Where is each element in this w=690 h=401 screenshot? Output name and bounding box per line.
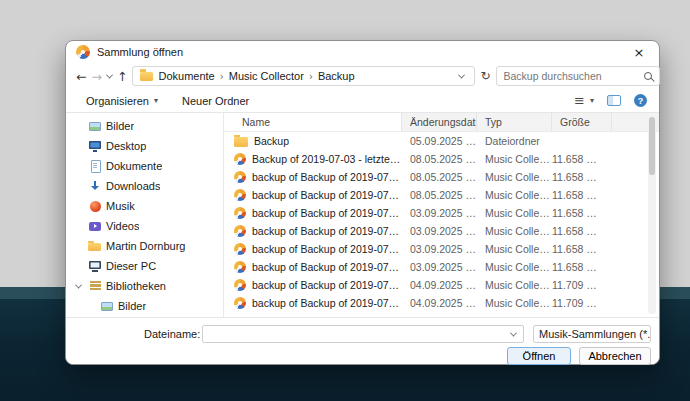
file-type: Music Collector (477, 171, 552, 183)
breadcrumb-separator-icon: › (309, 71, 313, 82)
file-size: 11.658 KB (552, 207, 612, 219)
file-date: 08.05.2025 12:41 (402, 171, 477, 183)
file-row[interactable]: backup of Backup of 2019-07-03 - letzte … (224, 222, 659, 240)
filename-dropdown-button[interactable] (507, 332, 519, 337)
music-collector-file-icon (234, 189, 246, 201)
sidebar-tree: BilderDesktopDokumenteDownloadsMusikVide… (66, 113, 223, 317)
music-collector-file-icon (234, 225, 246, 237)
file-name: backup of Backup of 2019-07-03 - letzte … (252, 189, 402, 201)
up-button[interactable]: ↑ (117, 69, 127, 84)
desktop-icon (88, 139, 102, 153)
sidebar-item-desktop[interactable]: Desktop (66, 136, 223, 156)
sidebar-item-label: Martin Dornburg (106, 240, 185, 252)
sidebar-item-musik[interactable]: Musik (66, 196, 223, 216)
sidebar-item-dokumente[interactable]: Dokumente (66, 156, 223, 176)
close-button[interactable]: × (619, 41, 659, 63)
file-name: backup of Backup of 2019-07-03 - letzte … (252, 225, 402, 237)
refresh-button[interactable]: ↻ (480, 69, 490, 83)
open-button[interactable]: Öffnen (507, 347, 571, 365)
vertical-scrollbar[interactable] (648, 115, 656, 314)
column-header-name[interactable]: Name (224, 113, 402, 131)
breadcrumb-segments: Dokumente›Music Collector›Backup (158, 70, 354, 82)
sidebar-item-bilder[interactable]: Bilder (66, 116, 223, 136)
cancel-button[interactable]: Abbrechen (579, 347, 651, 365)
music-collector-file-icon (234, 297, 246, 309)
column-header-typ[interactable]: Typ (477, 113, 552, 131)
file-name-cell: backup of Backup of 2019-07-03 - letzte … (224, 279, 402, 291)
file-row[interactable]: backup of Backup of 2019-07-03 - letzte … (224, 276, 659, 294)
chevron-down-icon: ▾ (590, 96, 594, 105)
view-options-button[interactable]: ≡ ▾ (574, 93, 594, 108)
sidebar-item-label: Musik (106, 200, 135, 212)
sidebar-item-dieser-pc[interactable]: Dieser PC (66, 256, 223, 276)
breadcrumb-item-backup[interactable]: Backup (318, 70, 355, 82)
scrollbar-thumb[interactable] (649, 117, 655, 175)
file-name: backup of Backup of 2019-07-03 - letzte … (252, 279, 402, 291)
file-date: 03.09.2025 19:49 (402, 225, 477, 237)
help-icon[interactable]: ? (634, 94, 647, 107)
documents-icon (88, 159, 102, 173)
breadcrumb-separator-icon: › (220, 71, 224, 82)
file-row[interactable]: Backup05.09.2025 13:34Dateiordner (224, 132, 659, 150)
computer-icon (88, 259, 102, 273)
file-type: Music Collector (477, 207, 552, 219)
music-collector-file-icon (234, 171, 246, 183)
sidebar-item-downloads[interactable]: Downloads (66, 176, 223, 196)
recent-locations-button[interactable] (107, 74, 112, 79)
file-date: 03.09.2025 19:49 (402, 243, 477, 255)
file-name-cell: backup of Backup of 2019-07-03 - letzte … (224, 189, 402, 201)
file-size: 11.658 KB (552, 243, 612, 255)
breadcrumb-dropdown-button[interactable] (455, 74, 467, 79)
file-size: 11.658 KB (552, 225, 612, 237)
column-header-änderungsdatum[interactable]: Änderungsdatum (402, 113, 477, 131)
file-row[interactable]: Backup of 2019-07-03 - letzte Version08.… (224, 150, 659, 168)
file-name-cell: backup of Backup of 2019-07-03 - letzte … (224, 297, 402, 309)
file-date: 04.09.2025 13:08 (402, 279, 477, 291)
filename-combobox (202, 325, 524, 343)
title-bar: Sammlung öffnen × (66, 41, 659, 63)
sidebar-item-martin-dornburg[interactable]: Martin Dornburg (66, 236, 223, 256)
preview-pane-icon[interactable] (607, 95, 621, 106)
file-row[interactable]: backup of Backup of 2019-07-03 - letzte … (224, 258, 659, 276)
new-folder-button[interactable]: Neuer Ordner (182, 95, 249, 107)
pictures-icon (100, 299, 114, 313)
column-header-größe[interactable]: Größe (552, 113, 612, 131)
file-name-cell: Backup of 2019-07-03 - letzte Version (224, 153, 402, 165)
sidebar-item-videos[interactable]: Videos (66, 216, 223, 236)
music-collector-file-icon (234, 153, 246, 165)
sidebar-item-bibliotheken[interactable]: Bibliotheken (66, 276, 223, 296)
libraries-icon (88, 279, 102, 293)
file-name-cell: backup of Backup of 2019-07-03 - letzte … (224, 243, 402, 255)
file-row[interactable]: backup of Backup of 2019-07-03 - letzte … (224, 240, 659, 258)
music-icon (88, 199, 102, 213)
file-date: 03.09.2025 19:49 (402, 261, 477, 273)
file-date: 08.05.2025 12:41 (402, 153, 477, 165)
search-input[interactable] (504, 70, 639, 82)
folder-icon (140, 72, 153, 81)
downloads-icon (88, 179, 102, 193)
forward-button[interactable]: → (91, 69, 101, 84)
organize-menu-button[interactable]: Organisieren ▾ (86, 95, 158, 107)
file-row[interactable]: backup of Backup of 2019-07-03 - letzte … (224, 186, 659, 204)
chevron-down-icon[interactable] (72, 284, 84, 289)
sidebar-item-label: Downloads (106, 180, 160, 192)
file-row[interactable]: backup of Backup of 2019-07-03 - letzte … (224, 168, 659, 186)
sidebar-item-bilder[interactable]: Bilder (66, 296, 223, 316)
file-row[interactable]: backup of Backup of 2019-07-03 - letzte … (224, 294, 659, 312)
file-size: 11.658 KB (552, 171, 612, 183)
filetype-select[interactable]: Musik-Sammlungen (*.muc (533, 325, 651, 343)
file-name-cell: backup of Backup of 2019-07-03 - letzte … (224, 261, 402, 273)
file-name: backup of Backup of 2019-07-03 - letzte … (252, 243, 402, 255)
file-row[interactable]: backup of Backup of 2019-07-03 - letzte … (224, 204, 659, 222)
file-type: Dateiordner (477, 135, 552, 147)
file-type: Music Collector (477, 225, 552, 237)
breadcrumb-item-music-collector[interactable]: Music Collector (229, 70, 304, 82)
back-button[interactable]: ← (76, 69, 86, 84)
breadcrumb-item-dokumente[interactable]: Dokumente (158, 70, 214, 82)
sidebar-item-label: Bilder (118, 300, 146, 312)
filename-input[interactable] (203, 326, 507, 342)
file-size: 11.658 KB (552, 189, 612, 201)
file-name: backup of Backup of 2019-07-03 - letzte … (252, 261, 402, 273)
file-list: NameÄnderungsdatumTypGröße Backup05.09.2… (223, 113, 659, 317)
file-size: 11.709 KB (552, 279, 612, 291)
